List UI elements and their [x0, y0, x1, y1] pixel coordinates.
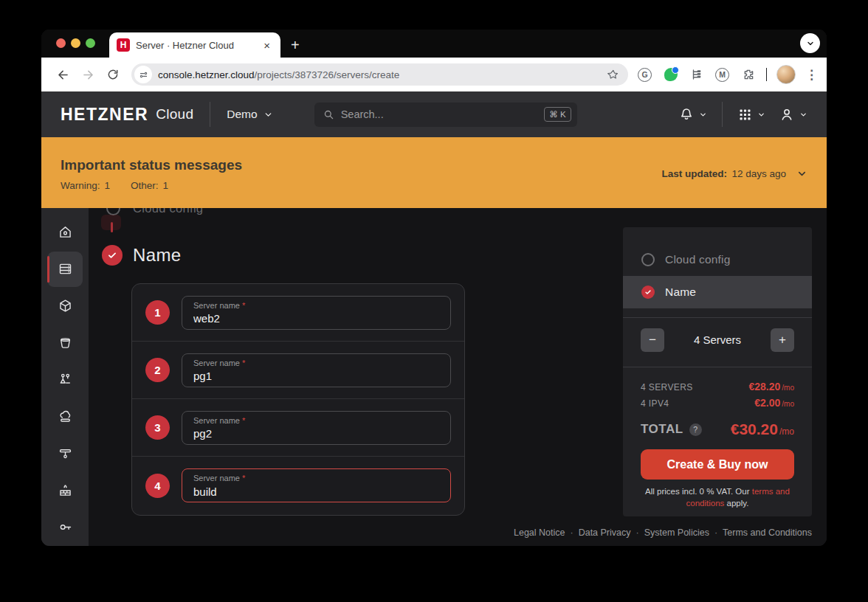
floating-ip-cloud-icon: [58, 409, 73, 424]
server-name-input-1[interactable]: [193, 311, 443, 326]
step-connector-line: [111, 222, 113, 232]
create-and-buy-button[interactable]: Create & Buy now: [641, 449, 794, 480]
last-updated-label: Last updated:: [661, 168, 727, 179]
forward-icon: [81, 68, 95, 82]
zoom-window-button[interactable]: [86, 38, 95, 48]
server-count-label: 4 Servers: [694, 333, 741, 346]
browser-tab[interactable]: H Server · Hetzner Cloud ×: [109, 32, 280, 58]
global-search[interactable]: ⌘ K: [314, 103, 577, 127]
banner-expand-chevron-icon[interactable]: [796, 168, 807, 179]
tab-close-icon[interactable]: ×: [261, 38, 273, 52]
step-check-icon: [641, 286, 655, 299]
tab-search-button[interactable]: [800, 33, 820, 53]
m-circle-extension-icon[interactable]: M: [714, 66, 731, 83]
terms-and-conditions-link[interactable]: Terms and Conditions: [723, 527, 812, 538]
hetzner-logo[interactable]: HETZNER: [61, 105, 148, 125]
sidebar-item-buckets[interactable]: [47, 325, 83, 361]
apps-menu[interactable]: [737, 107, 765, 122]
hetzner-favicon: H: [117, 38, 130, 52]
toolbar-divider: [766, 68, 768, 81]
server-name-input-2[interactable]: [193, 369, 443, 384]
price-label: 4 SERVERS: [641, 382, 693, 392]
browser-menu-button[interactable]: ⋮: [805, 67, 818, 83]
load-balancer-icon: [58, 372, 73, 387]
previous-step-label: Cloud config: [133, 208, 203, 215]
other-count: 1: [163, 180, 169, 191]
pricing-section: 4 SERVERS €28.20/mo 4 IPV4 €2.00/mo TOTA…: [623, 367, 812, 438]
total-help-icon[interactable]: ?: [689, 423, 702, 436]
minimize-window-button[interactable]: [71, 38, 80, 48]
server-name-input-4[interactable]: [193, 484, 443, 499]
step-circle-icon: [641, 253, 655, 266]
cube-icon: [58, 298, 73, 314]
networks-icon: [58, 446, 73, 461]
server-name-row-2: 2 Server name: [132, 342, 464, 399]
sidebar-item-home[interactable]: [47, 215, 83, 250]
server-name-field-1[interactable]: Server name: [182, 296, 451, 330]
sidebar-item-firewalls[interactable]: [47, 472, 83, 508]
chevron-down-icon: [699, 111, 707, 119]
product-name: Cloud: [156, 106, 193, 122]
server-name-field-2[interactable]: Server name: [182, 353, 451, 387]
price-value: €2.00: [754, 397, 780, 409]
sidebar-item-volumes[interactable]: [47, 288, 83, 324]
sidebar-item-networks[interactable]: [47, 435, 83, 471]
legal-notice-link[interactable]: Legal Notice: [514, 527, 565, 538]
data-privacy-link[interactable]: Data Privacy: [579, 527, 631, 538]
extensions-puzzle-icon[interactable]: [740, 66, 757, 83]
project-name: Demo: [227, 108, 257, 121]
bell-icon: [678, 106, 695, 122]
footer-separator: ·: [714, 527, 717, 538]
increase-servers-button[interactable]: +: [771, 328, 794, 352]
search-shortcut-badge: ⌘ K: [544, 107, 571, 122]
evernote-extension-icon[interactable]: [663, 66, 679, 83]
user-icon: [779, 106, 795, 122]
url-bar[interactable]: console.hetzner.cloud/projects/3873726/s…: [131, 63, 628, 86]
notifications-menu[interactable]: [678, 106, 707, 122]
forward-button[interactable]: [75, 62, 100, 87]
sidebar-item-load-balancers[interactable]: [47, 362, 83, 398]
firewall-icon: [58, 482, 73, 498]
summary-step-label: Cloud config: [665, 253, 731, 266]
header-divider: [722, 102, 723, 127]
banner-counts: Warning:1 Other:1: [61, 180, 827, 191]
sidebar-item-security[interactable]: [47, 509, 83, 544]
account-menu[interactable]: [779, 106, 807, 122]
sidebar-item-servers[interactable]: [47, 252, 83, 287]
other-label: Other:: [131, 180, 159, 191]
price-line-servers: 4 SERVERS €28.20/mo: [641, 381, 794, 392]
previous-step-cloud-config[interactable]: Cloud config: [106, 208, 203, 215]
system-policies-link[interactable]: System Policies: [644, 527, 709, 538]
app-header: HETZNER Cloud Demo ⌘ K: [41, 91, 827, 137]
server-name-input-3[interactable]: [193, 426, 443, 441]
grammarly-extension-icon[interactable]: G: [637, 66, 653, 83]
server-name-field-3[interactable]: Server name: [182, 411, 451, 445]
footer-separator: ·: [636, 527, 639, 538]
price-line-ipv4: 4 IPV4 €2.00/mo: [641, 397, 794, 409]
bookmark-star-button[interactable]: [607, 69, 619, 81]
site-settings-icon[interactable]: [134, 66, 152, 83]
project-selector[interactable]: Demo: [227, 108, 272, 121]
total-label: TOTAL: [641, 422, 683, 437]
back-button[interactable]: [50, 62, 75, 87]
toolbar-extensions: G M ⋮: [637, 65, 819, 84]
price-per-month: /mo: [782, 400, 794, 408]
close-window-button[interactable]: [56, 38, 66, 48]
reload-button[interactable]: [100, 62, 125, 87]
server-names-card: 1 Server name 2 Server name 3: [131, 283, 465, 516]
decrease-servers-button[interactable]: −: [641, 328, 664, 352]
vat-text: All prices incl. 0 % VAT. Our: [645, 487, 749, 496]
search-input[interactable]: [341, 108, 538, 120]
new-tab-button[interactable]: +: [291, 38, 300, 52]
tree-extension-icon[interactable]: [689, 66, 705, 83]
key-icon: [58, 519, 73, 535]
server-name-field-4[interactable]: Server name: [182, 468, 451, 502]
traffic-lights: [56, 38, 95, 48]
summary-step-name[interactable]: Name: [623, 276, 812, 308]
server-name-row-3: 3 Server name: [132, 399, 464, 457]
summary-step-cloud-config[interactable]: Cloud config: [623, 243, 812, 276]
profile-avatar[interactable]: [776, 65, 796, 84]
sidebar-item-floating-ips[interactable]: [47, 398, 83, 434]
servers-icon: [58, 261, 73, 277]
bucket-icon: [58, 335, 73, 350]
